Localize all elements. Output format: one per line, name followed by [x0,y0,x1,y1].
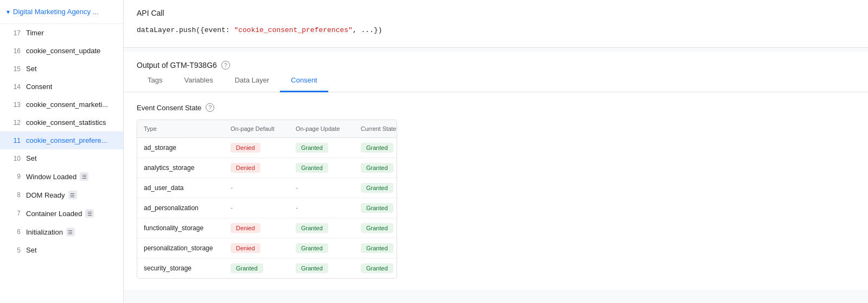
sidebar-item-7[interactable]: 7Container Loaded☰ [0,204,123,223]
sidebar-item-label: Window Loaded [26,173,76,181]
badge-current: Granted [361,243,393,253]
api-call-code: dataLayer.push({event: "cookie_consent_p… [137,24,855,36]
tab-tags[interactable]: Tags [137,70,173,92]
sidebar-item-12[interactable]: 12cookie_consent_statistics [0,113,123,131]
sidebar-item-number: 12 [9,119,21,127]
sidebar-item-label: cookie_consent_statistics [26,118,106,127]
table-cell-current: Granted [354,258,397,278]
sidebar-header[interactable]: ▾ Digital Marketing Agency ... [0,0,123,24]
badge-update: Granted [296,223,328,233]
table-cell-update: Granted [289,258,354,278]
badge-current: Granted [361,263,393,273]
consent-table: TypeOn-page DefaultOn-page UpdateCurrent… [137,119,397,279]
table-cell-type: analytics_storage [137,158,224,178]
sidebar-item-label: Consent [26,83,52,91]
output-title: Output of GTM-T938G6 [137,61,217,70]
badge-default: Denied [231,223,260,233]
table-cell-current: Granted [354,138,397,157]
table-cell-default: Denied [224,218,289,238]
sidebar-item-number: 14 [9,83,21,91]
table-cell-update: Granted [289,218,354,238]
table-cell-type: ad_storage [137,138,224,157]
table-cell-update: Granted [289,238,354,258]
sidebar-item-badge-icon: ☰ [66,228,75,236]
consent-subtitle: Event Consent State ? [137,103,855,112]
table-cell-update: Granted [289,158,354,178]
table-header-cell-1: On-page Default [224,120,289,137]
sidebar-item-number: 9 [9,173,21,180]
table-row: ad_personalization--Granted [137,198,397,218]
tab-consent[interactable]: Consent [280,70,328,92]
sidebar-item-13[interactable]: 13cookie_consent_marketi... [0,96,123,113]
sidebar-item-label: Set [26,246,37,254]
table-cell-update: Granted [289,138,354,157]
sidebar-item-label: Container Loaded [26,210,82,218]
sidebar-item-badge-icon: ☰ [68,191,77,199]
sidebar-item-8[interactable]: 8DOM Ready☰ [0,186,123,204]
sidebar-item-label: Initialization [26,228,63,236]
badge-current: Granted [361,203,393,213]
sidebar-item-number: 6 [9,228,21,236]
sidebar-item-number: 16 [9,47,21,55]
table-cell-default: Denied [224,158,289,178]
sidebar-item-number: 10 [9,155,21,162]
badge-update: Granted [296,243,328,253]
sidebar-item-6[interactable]: 6Initialization☰ [0,223,123,241]
table-cell-current: Granted [354,198,397,218]
badge-current: Granted [361,143,393,153]
api-call-section: API Call dataLayer.push({event: "cookie_… [124,0,868,48]
table-header-cell-3: Current State [354,120,397,137]
sidebar-items-list: 17Timer16cookie_consent_update15Set14Con… [0,24,123,259]
tab-variables[interactable]: Variables [173,70,224,92]
output-tabs: TagsVariablesData LayerConsent [124,70,868,92]
table-cell-update: - [289,198,354,218]
sidebar-item-11[interactable]: 11cookie_consent_prefere... [0,131,123,149]
table-cell-type: ad_user_data [137,178,224,198]
sidebar-item-label: cookie_consent_marketi... [26,100,108,109]
consent-content: Event Consent State ? TypeOn-page Defaul… [124,92,868,289]
table-cell-type: ad_personalization [137,198,224,218]
output-header: Output of GTM-T938G6 ? [124,52,868,70]
sidebar-item-number: 8 [9,191,21,199]
sidebar-item-17[interactable]: 17Timer [0,24,123,42]
badge-current: Granted [361,163,393,173]
sidebar-item-badge-icon: ☰ [85,209,94,218]
table-cell-default: Denied [224,138,289,157]
sidebar-item-16[interactable]: 16cookie_consent_update [0,42,123,60]
code-string: "cookie_consent_preferences" [234,26,352,34]
sidebar-item-number: 11 [9,137,21,144]
table-cell-current: Granted [354,178,397,198]
table-cell-type: personalization_storage [137,238,224,258]
tab-data-layer[interactable]: Data Layer [224,70,280,92]
sidebar-item-15[interactable]: 15Set [0,60,123,78]
main-content: API Call dataLayer.push({event: "cookie_… [124,0,868,303]
table-cell-type: functionality_storage [137,218,224,238]
sidebar-item-label: Timer [26,29,44,37]
badge-current: Granted [361,223,393,233]
table-cell-type: security_storage [137,258,224,278]
code-suffix: , ...}) [353,26,382,34]
output-help-icon[interactable]: ? [221,61,230,70]
badge-update: Granted [296,143,328,153]
api-call-title: API Call [137,9,855,17]
table-row: analytics_storageDeniedGrantedGranted [137,158,397,178]
sidebar-item-label: Set [26,65,37,73]
table-header: TypeOn-page DefaultOn-page UpdateCurrent… [137,120,397,138]
table-cell-current: Granted [354,158,397,178]
sidebar-item-label: cookie_consent_prefere... [26,136,107,144]
sidebar-item-number: 15 [9,65,21,73]
sidebar-item-9[interactable]: 9Window Loaded☰ [0,167,123,186]
sidebar-item-5[interactable]: 5Set [0,241,123,259]
sidebar-item-number: 13 [9,101,21,109]
sidebar-item-10[interactable]: 10Set [0,149,123,167]
sidebar-item-14[interactable]: 14Consent [0,78,123,96]
sidebar-title: Digital Marketing Agency ... [13,8,99,16]
badge-default: Denied [231,143,260,153]
badge-default: Denied [231,163,260,173]
table-header-cell-0: Type [137,120,224,137]
output-section: Output of GTM-T938G6 ? TagsVariablesData… [124,52,868,289]
table-cell-default: Granted [224,258,289,278]
sidebar-item-badge-icon: ☰ [80,172,88,181]
table-row: security_storageGrantedGrantedGranted [137,258,397,278]
consent-help-icon[interactable]: ? [206,103,214,112]
